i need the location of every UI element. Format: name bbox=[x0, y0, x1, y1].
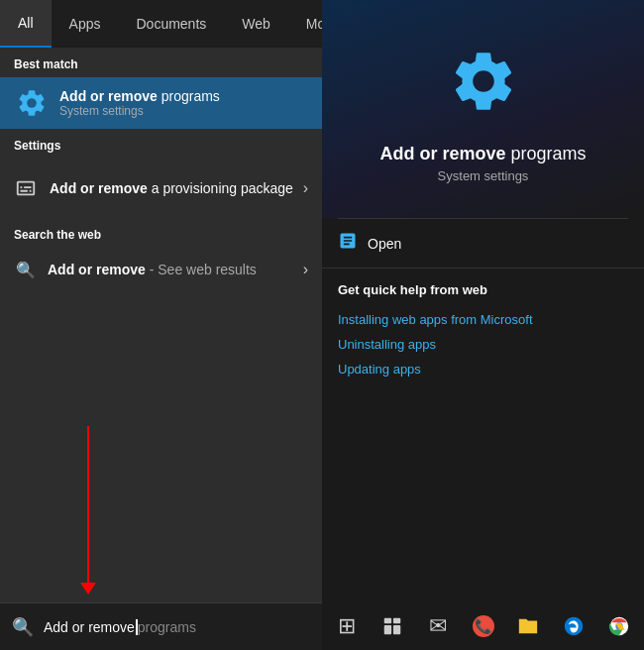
best-match-title: Add or remove programs bbox=[59, 88, 308, 104]
quick-help-item-2[interactable]: Updating apps bbox=[338, 357, 628, 381]
open-icon bbox=[338, 231, 358, 256]
best-match-item[interactable]: Add or remove programs System settings bbox=[0, 77, 322, 129]
task-view-icon[interactable] bbox=[376, 608, 409, 644]
tab-all[interactable]: All bbox=[0, 0, 52, 48]
search-web-label: Search the web bbox=[0, 218, 322, 248]
tab-bar: All Apps Documents Web More ▾ U bbox=[0, 0, 322, 48]
settings-label: Settings bbox=[0, 129, 322, 159]
hero-subtitle: System settings bbox=[438, 168, 529, 183]
settings-item-text: Add or remove a provisioning package bbox=[50, 180, 303, 196]
tab-web[interactable]: Web bbox=[224, 0, 288, 48]
folder-icon[interactable] bbox=[511, 608, 545, 644]
quick-help-title: Get quick help from web bbox=[338, 282, 628, 297]
search-typed-text: Add or remove bbox=[44, 619, 135, 635]
svg-rect-2 bbox=[384, 625, 391, 634]
edge-icon[interactable] bbox=[557, 608, 590, 644]
quick-help-item-0[interactable]: Installing web apps from Microsoft bbox=[338, 307, 628, 332]
tab-apps-label: Apps bbox=[69, 16, 101, 32]
windows-icon[interactable]: ⊞ bbox=[330, 608, 364, 644]
tab-all-label: All bbox=[18, 15, 34, 31]
phone-icon[interactable]: 📞 bbox=[467, 608, 500, 644]
open-button[interactable]: Open bbox=[322, 219, 644, 268]
web-search-text: Add or remove - See web results bbox=[48, 262, 303, 277]
search-placeholder: programs bbox=[138, 619, 196, 635]
best-match-label: Best match bbox=[0, 48, 322, 77]
web-search-item[interactable]: 🔍 Add or remove - See web results › bbox=[0, 248, 322, 291]
taskbar: ⊞ ✉ 📞 bbox=[322, 602, 644, 650]
hero-gear-icon bbox=[448, 46, 519, 132]
left-panel: All Apps Documents Web More ▾ U Best mat… bbox=[0, 0, 322, 650]
settings-item[interactable]: Add or remove a provisioning package › bbox=[0, 159, 322, 218]
chrome-icon[interactable] bbox=[602, 608, 636, 644]
best-match-text: Add or remove programs System settings bbox=[59, 88, 308, 118]
quick-help-item-1[interactable]: Uninstalling apps bbox=[338, 332, 628, 357]
svg-rect-1 bbox=[393, 618, 400, 624]
mail-icon[interactable]: ✉ bbox=[421, 608, 455, 644]
provisioning-icon bbox=[14, 176, 38, 200]
tab-apps[interactable]: Apps bbox=[52, 0, 119, 48]
right-hero: Add or remove programs System settings bbox=[322, 0, 644, 218]
tab-web-label: Web bbox=[242, 16, 270, 32]
search-icon: 🔍 bbox=[14, 258, 38, 281]
tab-documents-label: Documents bbox=[136, 16, 206, 32]
hero-title: Add or remove programs bbox=[379, 144, 586, 164]
gear-icon bbox=[14, 85, 50, 121]
arrow-annotation bbox=[87, 426, 89, 585]
svg-rect-0 bbox=[384, 618, 391, 624]
results-area: Best match Add or remove programs System… bbox=[0, 48, 322, 650]
settings-arrow-icon: › bbox=[303, 179, 308, 197]
tab-documents[interactable]: Documents bbox=[118, 0, 224, 48]
search-bar-icon: 🔍 bbox=[12, 616, 34, 638]
web-arrow-icon: › bbox=[303, 261, 308, 278]
open-label: Open bbox=[368, 236, 401, 252]
search-bar[interactable]: 🔍 Add or remove programs bbox=[0, 602, 322, 650]
svg-rect-3 bbox=[393, 625, 400, 634]
best-match-subtitle: System settings bbox=[59, 104, 308, 118]
quick-help-section: Get quick help from web Installing web a… bbox=[322, 269, 644, 387]
right-panel: Add or remove programs System settings O… bbox=[322, 0, 644, 602]
